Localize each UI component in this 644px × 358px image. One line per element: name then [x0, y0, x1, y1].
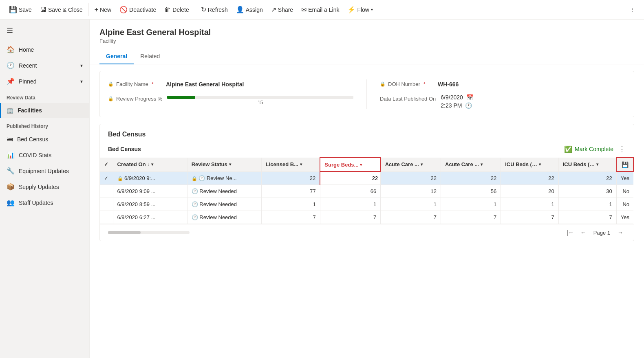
- row3-icu1[interactable]: 1: [501, 198, 558, 211]
- row3-surge[interactable]: 1: [320, 198, 380, 211]
- row1-lock-icon2: 🔒: [192, 176, 197, 181]
- row4-icu1[interactable]: 7: [501, 211, 558, 224]
- row3-icu2[interactable]: 1: [558, 198, 616, 211]
- row4-icu2[interactable]: 7: [558, 211, 616, 224]
- more-dots-icon: ⋮: [629, 7, 635, 13]
- date-row: 6/9/2020 📅: [441, 94, 473, 101]
- th-licensed-beds[interactable]: Licensed B... ▾: [261, 158, 320, 171]
- row2-acute2[interactable]: 56: [441, 185, 501, 198]
- sidebar-item-facilities[interactable]: 🏢 Facilities: [0, 103, 89, 118]
- next-page-button[interactable]: →: [615, 228, 626, 237]
- row3-status[interactable]: 🕐 Review Needed: [187, 198, 261, 211]
- delete-button[interactable]: 🗑 Delete: [160, 0, 193, 19]
- sidebar-item-supply-updates[interactable]: 📦 Supply Updates: [0, 179, 89, 195]
- row1-acute1[interactable]: 22: [381, 171, 441, 185]
- bed-census-label: Bed Census: [17, 136, 48, 143]
- save-button[interactable]: 💾 Save: [5, 0, 36, 19]
- th-icu-beds-2[interactable]: ICU Beds (… ▾: [558, 158, 616, 171]
- row1-created[interactable]: 🔒 6/9/2020 9:...: [113, 171, 187, 185]
- acute1-chevron-icon: ▾: [421, 162, 423, 167]
- toolbar-divider-2: [195, 3, 195, 16]
- scroll-bar-area[interactable]: [108, 231, 561, 234]
- row1-acute2[interactable]: 22: [441, 171, 501, 185]
- row2-licensed[interactable]: 77: [261, 185, 320, 198]
- covid-stats-label: COVID Stats: [19, 152, 51, 158]
- flow-button[interactable]: ⚡ Flow ▾: [343, 0, 377, 19]
- row1-status[interactable]: 🔒 🕐 Review Ne...: [187, 171, 261, 185]
- created-sort-icon: ↓: [148, 162, 150, 167]
- row4-licensed[interactable]: 7: [261, 211, 320, 224]
- row4-status[interactable]: 🕐 Review Needed: [187, 211, 261, 224]
- sidebar-item-bed-census[interactable]: 🛏 Bed Census: [0, 132, 89, 147]
- prev-page-button[interactable]: ←: [578, 228, 589, 237]
- row4-acute1[interactable]: 7: [381, 211, 441, 224]
- row3-licensed[interactable]: 1: [261, 198, 320, 211]
- row3-created[interactable]: 6/9/2020 8:59 ...: [113, 198, 187, 211]
- recent-chevron-icon: ▾: [80, 63, 83, 68]
- email-link-button[interactable]: ✉ Email a Link: [297, 0, 343, 19]
- licensed-chevron-icon: ▾: [300, 162, 302, 167]
- row2-created[interactable]: 6/9/2020 9:09 ...: [113, 185, 187, 198]
- row2-icu1[interactable]: 20: [501, 185, 558, 198]
- created-chevron-icon: ▾: [151, 162, 153, 167]
- row4-acute2[interactable]: 7: [441, 211, 501, 224]
- surge-beds-input[interactable]: [357, 175, 378, 181]
- facility-name-required: *: [152, 81, 154, 87]
- calendar-icon[interactable]: 📅: [466, 94, 473, 101]
- mark-complete-button[interactable]: ✅ Mark Complete: [564, 145, 613, 153]
- th-created-on[interactable]: Created On ↓ ▾: [113, 158, 187, 171]
- row2-check[interactable]: [100, 185, 113, 198]
- row3-acute2[interactable]: 1: [441, 198, 501, 211]
- acute2-chevron-icon: ▾: [481, 162, 483, 167]
- more-options-button[interactable]: ⋮: [625, 0, 639, 19]
- sidebar-item-equipment-updates[interactable]: 🔧 Equipment Updates: [0, 163, 89, 179]
- th-surge-beds[interactable]: Surge Beds... ▾: [320, 158, 380, 171]
- table-toolbar-title: Bed Census: [108, 146, 141, 152]
- sidebar-item-recent[interactable]: 🕐 Recent ▾: [0, 57, 89, 73]
- tab-general[interactable]: General: [99, 49, 134, 64]
- row3-acute1[interactable]: 1: [381, 198, 441, 211]
- table-scroll-container[interactable]: ✓ Created On ↓ ▾: [100, 157, 634, 224]
- published-time: 2:23 PM: [441, 102, 462, 109]
- th-icu-beds-1[interactable]: ICU Beds (… ▾: [501, 158, 558, 171]
- row2-surge[interactable]: 66: [320, 185, 380, 198]
- th-check[interactable]: ✓: [100, 158, 113, 171]
- clock-icon[interactable]: 🕐: [465, 102, 472, 109]
- deactivate-button[interactable]: 🚫 Deactivate: [115, 0, 160, 19]
- tab-related[interactable]: Related: [134, 49, 166, 64]
- row4-check[interactable]: [100, 211, 113, 224]
- share-button[interactable]: ↗ Share: [267, 0, 297, 19]
- progress-bar-container: 15: [167, 94, 353, 105]
- hamburger-icon: ☰: [7, 26, 13, 35]
- th-acute-care-1[interactable]: Acute Care ... ▾: [381, 158, 441, 171]
- row4-created[interactable]: 6/9/2020 6:27 ...: [113, 211, 187, 224]
- sidebar-item-covid-stats[interactable]: 📊 COVID Stats: [0, 147, 89, 163]
- row4-surge[interactable]: 7: [320, 211, 380, 224]
- pinned-label: Pinned: [19, 78, 37, 85]
- row2-icu2[interactable]: 30: [558, 185, 616, 198]
- row2-acute1[interactable]: 12: [381, 185, 441, 198]
- row1-surge[interactable]: [320, 171, 380, 185]
- save-close-button[interactable]: 🖫 Save & Close: [36, 0, 87, 19]
- horizontal-scrollbar[interactable]: [108, 231, 190, 234]
- row1-icu1[interactable]: 22: [501, 171, 558, 185]
- row1-licensed[interactable]: 22: [261, 171, 320, 185]
- sidebar-item-pinned[interactable]: 📌 Pinned ▾: [0, 73, 89, 89]
- sidebar-item-staff-updates[interactable]: 👥 Staff Updates: [0, 195, 89, 211]
- row1-check[interactable]: ✓: [100, 171, 113, 185]
- home-icon: 🏠: [7, 46, 15, 53]
- table-more-button[interactable]: ⋮: [618, 145, 626, 154]
- row2-status[interactable]: 🕐 Review Needed: [187, 185, 261, 198]
- hamburger-menu-button[interactable]: ☰: [0, 20, 89, 42]
- th-save-col[interactable]: 💾: [616, 158, 633, 171]
- sidebar-item-home[interactable]: 🏠 Home: [0, 42, 89, 57]
- row3-check[interactable]: [100, 198, 113, 211]
- first-page-button[interactable]: |←: [564, 228, 576, 237]
- refresh-button[interactable]: ↻ Refresh: [197, 0, 232, 19]
- new-button[interactable]: + New: [90, 0, 115, 19]
- pinned-icon: 📌: [7, 77, 15, 85]
- th-acute-care-2[interactable]: Acute Care ... ▾: [441, 158, 501, 171]
- th-review-status[interactable]: Review Status ▾: [187, 158, 261, 171]
- assign-button[interactable]: 👤 Assign: [232, 0, 267, 19]
- row1-icu2[interactable]: 22: [558, 171, 616, 185]
